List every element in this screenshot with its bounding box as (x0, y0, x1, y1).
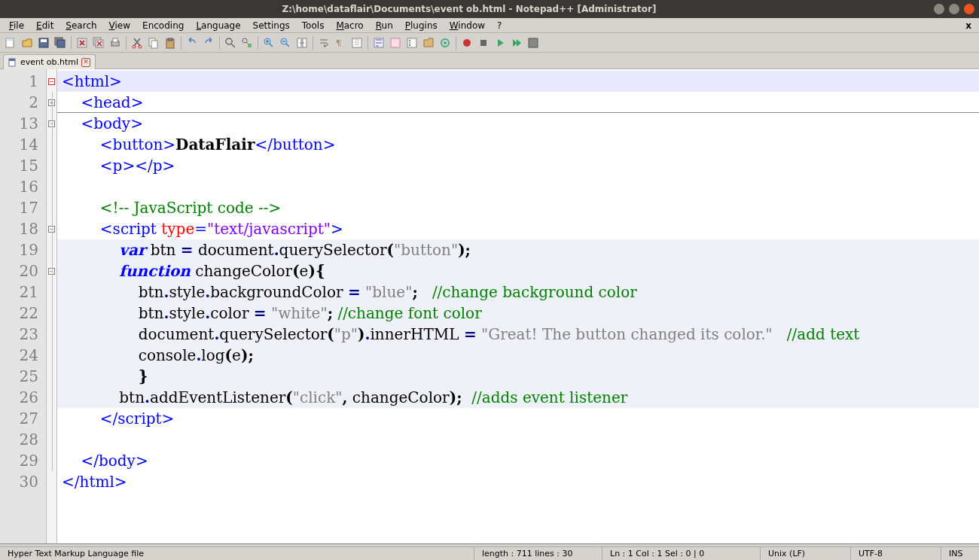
svg-rect-10 (113, 38, 117, 42)
redo-icon[interactable] (201, 35, 216, 50)
open-file-icon[interactable] (20, 35, 35, 50)
save-macro-icon[interactable] (526, 35, 541, 50)
code-line[interactable]: <head> (57, 92, 979, 113)
code-line[interactable]: document.querySelector("p").innerHTML = … (57, 324, 979, 345)
status-ins: INS (941, 547, 979, 560)
status-position: Ln : 1 Col : 1 Sel : 0 | 0 (602, 547, 761, 560)
menu-help[interactable]: ? (491, 19, 508, 32)
code-line[interactable]: </body> (57, 450, 979, 471)
code-line[interactable]: } (57, 366, 979, 387)
menubar: File Edit Search View Encoding Language … (0, 18, 979, 33)
print-icon[interactable] (108, 35, 123, 50)
replace-icon[interactable] (239, 35, 255, 50)
line-number: 26 (0, 387, 46, 408)
window-controls (934, 4, 974, 14)
svg-point-30 (409, 42, 410, 44)
menu-run[interactable]: Run (370, 19, 399, 32)
record-macro-icon[interactable] (459, 35, 474, 50)
code-line[interactable]: var btn = document.querySelector("button… (57, 239, 979, 260)
svg-text:¶: ¶ (336, 38, 341, 48)
show-all-chars-icon[interactable]: ¶ (333, 35, 348, 50)
maximize-button[interactable] (949, 4, 959, 14)
function-list-icon[interactable] (404, 35, 419, 50)
doc-map-icon[interactable] (388, 35, 403, 50)
close-all-icon[interactable] (91, 35, 106, 50)
menu-tools[interactable]: Tools (296, 19, 331, 32)
code-line[interactable] (57, 429, 979, 450)
line-number: 13 (0, 113, 46, 134)
code-line[interactable]: <button>DataFlair</button> (57, 134, 979, 155)
menu-encoding[interactable]: Encoding (136, 19, 190, 32)
copy-icon[interactable] (146, 35, 161, 50)
svg-rect-14 (151, 41, 157, 48)
wordwrap-icon[interactable] (316, 35, 331, 50)
menu-file[interactable]: File (3, 19, 30, 32)
line-number: 24 (0, 345, 46, 366)
paste-icon[interactable] (163, 35, 178, 50)
code-line[interactable]: <body> (57, 113, 979, 134)
close-button[interactable] (964, 4, 974, 14)
lang-icon[interactable] (371, 35, 386, 50)
tab-close-icon[interactable]: ✕ (81, 58, 90, 67)
window-title: Z:\home\dataflair\Documents\event ob.htm… (5, 4, 934, 14)
zoom-in-icon[interactable] (261, 35, 276, 50)
tab-event-ob[interactable]: event ob.html ✕ (3, 54, 96, 69)
menu-window[interactable]: Window (444, 19, 491, 32)
zoom-out-icon[interactable] (278, 35, 293, 50)
status-filetype: Hyper Text Markup Language file (0, 547, 474, 560)
sync-scroll-icon[interactable] (294, 35, 310, 50)
indent-guide-icon[interactable] (349, 35, 364, 50)
line-number-gutter: 1 2 13 14 15 16 17 18 19 20 21 22 23 24 … (0, 69, 47, 543)
menu-search[interactable]: Search (59, 19, 102, 32)
code-line[interactable]: </script> (57, 408, 979, 429)
toolbar: ¶ (0, 33, 979, 53)
save-all-icon[interactable] (53, 35, 68, 50)
code-line[interactable]: <html> (57, 71, 979, 92)
code-line[interactable]: btn.style.backgroundColor = "blue"; //ch… (57, 282, 979, 303)
statusbar: Hyper Text Markup Language file length :… (0, 546, 979, 560)
cut-icon[interactable] (130, 35, 145, 50)
code-line[interactable]: <script type="text/javascript"> (57, 218, 979, 239)
fold-toggle-icon[interactable]: − (48, 78, 55, 85)
menu-settings[interactable]: Settings (247, 19, 296, 32)
code-line[interactable]: <p></p> (57, 155, 979, 176)
line-number: 17 (0, 197, 46, 218)
svg-point-31 (409, 44, 410, 46)
code-line[interactable]: console.log(e); (57, 345, 979, 366)
code-line[interactable] (57, 176, 979, 197)
status-eol: Unix (LF) (761, 547, 851, 560)
minimize-button[interactable] (934, 4, 944, 14)
find-icon[interactable] (223, 35, 238, 50)
menubar-close-x[interactable]: x (961, 20, 976, 31)
svg-point-33 (444, 41, 447, 44)
line-number: 2 (0, 92, 46, 113)
menu-macro[interactable]: Macro (330, 19, 369, 32)
folder-icon[interactable] (421, 35, 436, 50)
line-number: 15 (0, 155, 46, 176)
close-file-icon[interactable] (75, 35, 90, 50)
monitor-icon[interactable] (438, 35, 453, 50)
code-line[interactable]: btn.addEventListener("click", changeColo… (57, 387, 979, 408)
line-number: 22 (0, 303, 46, 324)
menu-view[interactable]: View (103, 19, 136, 32)
line-number: 18 (0, 218, 46, 239)
svg-rect-19 (248, 44, 252, 47)
svg-rect-38 (9, 59, 15, 61)
new-file-icon[interactable] (3, 35, 18, 50)
code-line[interactable]: <!-- JavaScript code --> (57, 197, 979, 218)
play-macro-icon[interactable] (493, 35, 508, 50)
menu-language[interactable]: Language (190, 19, 246, 32)
code-line[interactable]: function changeColor(e){ (57, 260, 979, 282)
menu-edit[interactable]: Edit (30, 19, 59, 32)
code-area[interactable]: <html> <head> <body> <button>DataFlair</… (57, 69, 979, 543)
save-icon[interactable] (36, 35, 51, 50)
titlebar: Z:\home\dataflair\Documents\event ob.htm… (0, 0, 979, 18)
toolbar-separator (181, 36, 181, 50)
code-line[interactable]: </html> (57, 471, 979, 492)
stop-macro-icon[interactable] (476, 35, 491, 50)
code-line[interactable]: btn.style.color = "white"; //change font… (57, 303, 979, 324)
editor[interactable]: 1 2 13 14 15 16 17 18 19 20 21 22 23 24 … (0, 69, 979, 543)
menu-plugins[interactable]: Plugins (399, 19, 444, 32)
undo-icon[interactable] (185, 35, 200, 50)
play-multi-icon[interactable] (509, 35, 524, 50)
